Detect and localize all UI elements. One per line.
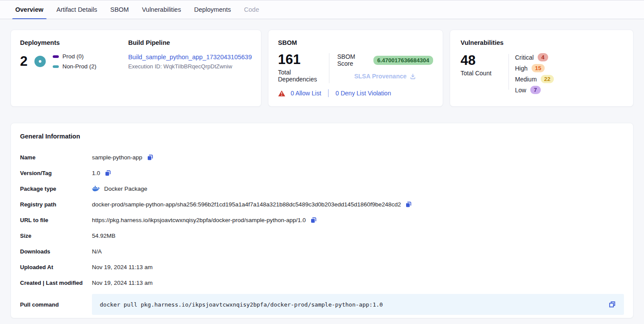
vulnerabilities-card: Vulnerabilities 48 Total Count Critical … [450, 30, 634, 107]
downloads-label: Downloads [20, 248, 92, 255]
tab-vulnerabilities[interactable]: Vulnerabilities [141, 0, 183, 19]
row-size: Size 54.92MB [20, 228, 624, 243]
copy-icon[interactable] [608, 300, 616, 308]
deployments-donut-chart [34, 56, 46, 67]
row-uploaded-at: Uploaded At Nov 19, 2024 11:13 am [20, 259, 624, 275]
vulnerabilities-total-label: Total Count [461, 70, 508, 77]
allow-list-link[interactable]: 0 Allow List [291, 90, 321, 97]
row-downloads: Downloads N/A [20, 243, 624, 259]
uploaded-at-label: Uploaded At [20, 264, 92, 270]
created-modified-value: Nov 19, 2024 11:13 am [92, 280, 153, 286]
row-name: Name sample-python-app [20, 149, 624, 165]
size-label: Size [20, 233, 92, 239]
nonprod-legend-label: Non-Prod (2) [62, 63, 96, 70]
url-to-file-value: https://pkg.harness.io/ikpsjoavtcwxnqisy… [92, 217, 306, 223]
docker-icon [92, 186, 100, 192]
copy-icon[interactable] [146, 154, 154, 161]
name-label: Name [20, 154, 92, 161]
nonprod-swatch [53, 65, 59, 68]
links-separator [328, 89, 329, 97]
prod-legend-label: Prod (0) [62, 53, 84, 60]
row-created-modified: Created | Last modified Nov 19, 2024 11:… [20, 275, 624, 290]
size-value: 54.92MB [92, 233, 115, 239]
name-value: sample-python-app [92, 154, 142, 161]
prod-swatch [53, 55, 59, 58]
download-icon [410, 73, 416, 80]
tab-deployments[interactable]: Deployments [193, 0, 232, 19]
vulnerabilities-card-title: Vulnerabilities [461, 39, 623, 46]
sbom-card-title: SBOM [278, 39, 433, 46]
low-count-badge: 7 [530, 86, 541, 94]
sbom-total-count: 161 [278, 52, 329, 67]
package-type-value: Docker Package [104, 186, 147, 192]
copy-icon[interactable] [310, 216, 317, 224]
legend-item-nonprod: Non-Prod (2) [53, 63, 96, 70]
row-registry-path: Registry path docker-prod/sample-python-… [20, 196, 624, 212]
general-information-title: General Information [20, 133, 624, 140]
deployments-card: Deployments 2 Prod (0) Non-Prod (2) [10, 30, 261, 107]
copy-icon[interactable] [104, 169, 112, 177]
build-pipeline-link[interactable]: Build_sample_python_app_1732043105639 [128, 54, 252, 61]
row-pull-command: Pull command docker pull pkg.harness.io/… [20, 294, 624, 315]
deployments-card-title: Deployments [20, 39, 119, 46]
tab-code: Code [243, 0, 261, 19]
registry-path-value: docker-prod/sample-python-app/sha256:596… [92, 201, 401, 208]
severity-row-medium: Medium 22 [515, 75, 554, 83]
pull-command-label: Pull command [20, 301, 92, 308]
deny-list-link[interactable]: 0 Deny List Violation [336, 90, 391, 97]
row-version: Version/Tag 1.0 [20, 165, 624, 181]
severity-row-low: Low 7 [515, 86, 554, 94]
tab-bar: Overview Artifact Details SBOM Vulnerabi… [0, 0, 644, 19]
sbom-score-label: SBOM Score [337, 53, 369, 67]
slsa-provenance-link[interactable]: SLSA Provenance [354, 73, 416, 80]
medium-label: Medium [515, 76, 537, 83]
package-type-label: Package type [20, 186, 92, 192]
registry-path-label: Registry path [20, 201, 92, 208]
version-value: 1.0 [92, 170, 100, 176]
slsa-provenance-label: SLSA Provenance [354, 73, 407, 80]
high-count-badge: 15 [532, 64, 545, 72]
high-label: High [515, 65, 528, 72]
tab-overview[interactable]: Overview [14, 0, 45, 19]
row-url-to-file: URL to file https://pkg.harness.io/ikpsj… [20, 212, 624, 228]
severity-row-high: High 15 [515, 64, 554, 72]
url-to-file-label: URL to file [20, 217, 92, 223]
severity-row-critical: Critical 4 [515, 53, 554, 61]
low-label: Low [515, 87, 526, 94]
critical-label: Critical [515, 54, 534, 61]
warning-icon [278, 90, 285, 97]
tab-artifact-details[interactable]: Artifact Details [55, 0, 98, 19]
legend-item-prod: Prod (0) [53, 53, 96, 60]
execution-id-text: Execution ID: WqkTiIbBRqecQrpDtZwniw [128, 63, 252, 70]
critical-count-badge: 4 [538, 53, 548, 61]
row-package-type: Package type Docker Package [20, 181, 624, 196]
build-pipeline-title: Build Pipeline [128, 39, 252, 46]
sbom-score-badge: 6.470017636684304 [373, 56, 433, 65]
copy-icon[interactable] [405, 201, 412, 208]
medium-count-badge: 22 [541, 75, 554, 83]
pull-command-value: docker pull pkg.harness.io/ikpsjoavtcwxn… [100, 301, 383, 308]
tab-sbom[interactable]: SBOM [109, 0, 130, 19]
sbom-total-label: Total Dependencies [278, 69, 329, 83]
sbom-card: SBOM 161 Total Dependencies SBOM Score 6… [268, 30, 443, 107]
pull-command-box: docker pull pkg.harness.io/ikpsjoavtcwxn… [92, 294, 624, 315]
uploaded-at-value: Nov 19, 2024 11:13 am [92, 264, 153, 270]
created-modified-label: Created | Last modified [20, 280, 92, 286]
downloads-value: N/A [92, 248, 102, 255]
vulnerabilities-total-count: 48 [461, 53, 508, 68]
version-label: Version/Tag [20, 170, 92, 176]
deployments-total-count: 2 [20, 54, 27, 69]
general-information-card: General Information Name sample-python-a… [10, 123, 634, 318]
overview-content: Deployments 2 Prod (0) Non-Prod (2) [0, 19, 644, 318]
